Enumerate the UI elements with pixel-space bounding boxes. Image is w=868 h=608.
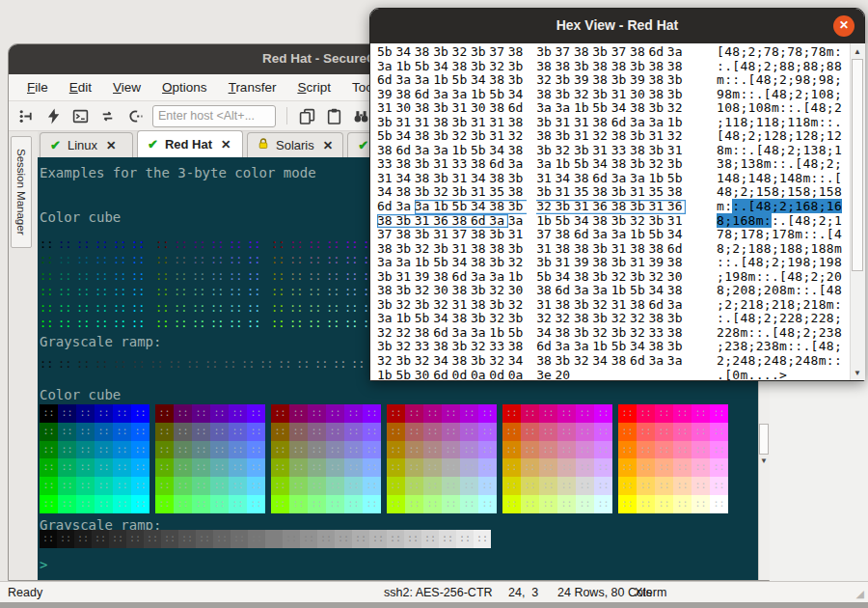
cube-cell: :: [58,458,76,477]
gray-cell: :: [369,530,387,548]
cube-cell: :: [95,300,113,316]
cube-cell: :: [271,441,289,459]
hex-byte: 1b [433,73,451,88]
hex-byte: 3b [574,298,592,313]
hex-byte: 34 [556,172,574,186]
cube-cell: :: [113,477,131,495]
session-manager-tab[interactable]: Session Manager [11,136,32,248]
gray-cell: :: [57,530,74,548]
cube-cell: :: [210,477,229,495]
menu-edit[interactable]: Edit [59,80,102,95]
cube-cell: :: [637,404,655,423]
ascii-column: 98m::.[48;2;108; [717,88,842,102]
hex-byte: 1b [648,172,666,186]
cube-cell: :: [710,477,728,495]
hex-byte: 1b [395,60,414,74]
hex-byte: 6d [452,270,471,285]
tab-close-icon[interactable]: ✕ [221,137,231,152]
cube-cell: :: [192,495,210,513]
scroll-down-icon[interactable]: ▼ [850,367,865,380]
resize-grip[interactable]: ◢ [856,588,864,600]
ascii-column: 8m::.[48;2;138;1 [717,144,842,158]
cube-block-row: :::::::::::: [155,441,265,459]
quick-connect-icon[interactable] [44,107,63,125]
disconnect-icon[interactable] [125,107,144,125]
hex-byte: 3b [592,242,610,257]
cube-cell: :: [308,252,326,267]
cube-cell: :: [289,495,308,513]
tab-close-icon[interactable]: ✕ [323,138,333,152]
hex-byte: 38 [592,214,610,229]
scroll-up-icon[interactable]: ▲ [850,45,865,59]
menu-script[interactable]: Script [286,80,341,95]
reconnect-icon[interactable] [98,107,117,125]
cube-cell: :: [210,300,229,316]
cube-cell: :: [192,423,210,441]
copy-icon[interactable] [298,107,316,125]
hex-byte: 3b [611,73,630,88]
terminal-icon[interactable] [71,107,90,125]
gray-cell: :: [113,356,131,372]
cube-cell: :: [155,404,174,423]
cube-cell: :: [229,252,247,267]
find-icon[interactable] [352,107,370,125]
terminal-scroll-down-icon[interactable]: ▼ [758,456,770,467]
cube-cell: :: [289,423,308,441]
hex-byte: 38 [574,270,592,285]
hex-dump-content[interactable]: 5b34383b323b37383b37383b37386d3a[48;2;78… [370,43,850,380]
cube-block-row: :::::::::::: [271,404,381,423]
gray-cell: :: [178,530,196,548]
tab-close-icon[interactable]: ✕ [106,138,116,152]
cube-cell: :: [210,404,229,423]
cube-cell: :: [576,404,594,423]
cube-cell: :: [442,495,460,513]
cube-cell: :: [618,423,637,441]
hex-byte: 32 [611,270,630,285]
tab-solaris[interactable]: Solaris✕ [247,132,343,157]
hex-byte: 37 [536,228,555,242]
hex-byte: 38 [556,298,574,313]
hex-byte: 3b [377,116,395,130]
hex-byte: 32 [574,88,592,102]
tab-red-hat[interactable]: ✔Red Hat✕ [137,130,243,157]
hex-byte: 3b [433,172,451,186]
hex-byte: 3b [556,88,574,102]
hex-byte: 38 [630,45,648,60]
session-manager-icon[interactable] [17,107,36,125]
menu-file[interactable]: File [16,80,59,95]
hex-byte: 5b [630,284,648,298]
hex-byte: 3a [433,88,451,102]
cube-block: ::::::::::::::::::::::::::::::::::::::::… [40,404,149,513]
cube-cell: :: [58,477,76,495]
host-input[interactable] [152,105,276,127]
menu-transfer[interactable]: Transfer [218,80,287,95]
tab-linux[interactable]: ✔Linux✕ [40,132,133,157]
cube-block-row: :::::::::::: [387,441,497,459]
hex-byte: 38 [452,284,471,298]
cube-cell: :: [247,252,265,267]
hex-byte: 1b [611,284,630,298]
hex-byte: 32 [667,129,686,144]
cube-cell: :: [594,495,612,513]
cube-cell: :: [229,236,247,252]
hex-byte: 3b [648,144,666,158]
gray-cell: :: [161,530,178,548]
hex-byte: 32 [489,354,507,369]
hex-byte: 6d [508,101,527,116]
paste-icon[interactable] [325,107,343,125]
hex-titlebar[interactable]: Hex View - Red Hat ✕ [370,9,864,43]
hex-scrollbar-thumb[interactable] [852,59,863,271]
cube-cell: :: [95,477,113,495]
cube-cell: :: [76,477,95,495]
hex-byte: 3a [415,144,433,158]
menu-view[interactable]: View [102,80,151,95]
menu-options[interactable]: Options [151,80,218,95]
cube-cell: :: [229,268,247,284]
close-icon[interactable]: ✕ [833,15,854,37]
gray-cell: :: [76,356,95,372]
terminal-scrollbar-thumb[interactable] [759,424,769,455]
cube-cell: :: [521,495,539,513]
cube-cell: :: [576,495,594,513]
hex-byte: 1b [556,157,574,172]
cube-cell: :: [289,477,308,495]
